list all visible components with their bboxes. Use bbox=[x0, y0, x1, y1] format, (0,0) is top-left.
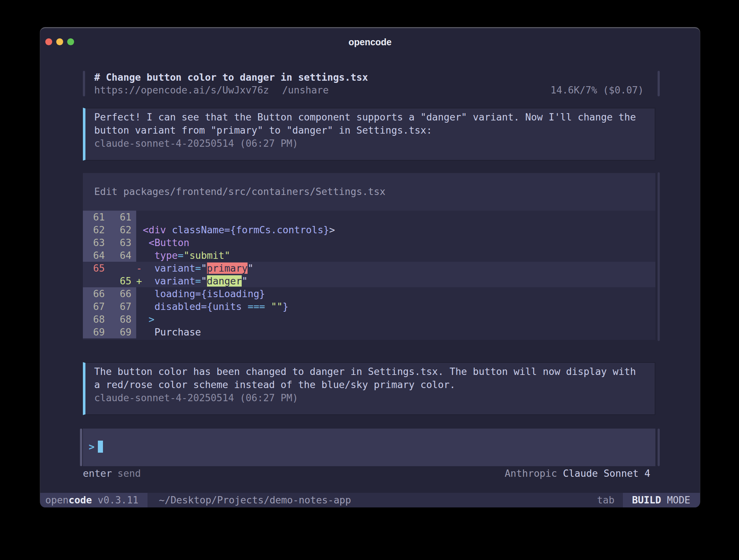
code-token: primary bbox=[207, 262, 248, 274]
input-right-rule bbox=[658, 429, 660, 466]
diff-row: 6363 <Button bbox=[83, 236, 655, 249]
old-line-number: 66 bbox=[83, 287, 110, 300]
diff-view: 61616262<div className={formCs.controls}… bbox=[83, 211, 655, 338]
model-name: Claude Sonnet 4 bbox=[563, 468, 650, 479]
code-line: <div className={formCs.controls}> bbox=[143, 223, 655, 236]
opencode-window: opencode # Change button color to danger… bbox=[40, 27, 700, 507]
code-token: danger bbox=[207, 275, 242, 287]
diff-marker bbox=[136, 223, 143, 236]
assistant-message: The button color has been changed to dan… bbox=[83, 362, 655, 415]
header-left-rule bbox=[83, 71, 85, 96]
app-version-badge: opencode v0.3.11 bbox=[40, 493, 148, 507]
code-token: " bbox=[201, 262, 207, 274]
code-token: = bbox=[195, 262, 201, 274]
new-line-number: 61 bbox=[110, 211, 136, 223]
diff-row: 6161 bbox=[83, 211, 655, 223]
old-line-number: 62 bbox=[83, 223, 110, 236]
code-token: } bbox=[283, 301, 288, 312]
code-token: Purchase bbox=[143, 326, 201, 338]
code-token: disabled={units bbox=[143, 301, 248, 312]
session-header: # Change button color to danger in setti… bbox=[83, 71, 660, 96]
code-token: {formCs.controls} bbox=[230, 224, 329, 235]
edit-right-rule bbox=[658, 172, 660, 341]
code-token: " bbox=[242, 275, 248, 287]
diff-marker bbox=[136, 211, 143, 223]
diff-marker bbox=[136, 249, 143, 262]
new-line-number: 67 bbox=[110, 300, 136, 313]
diff-marker bbox=[136, 326, 143, 338]
old-line-number: 67 bbox=[83, 300, 110, 313]
header-right-rule bbox=[658, 71, 660, 96]
old-line-number: 68 bbox=[83, 313, 110, 326]
send-label: send bbox=[118, 468, 141, 479]
code-token: type bbox=[143, 250, 178, 261]
code-token: variant bbox=[143, 262, 195, 274]
model-indicator: Anthropic Claude Sonnet 4 bbox=[505, 467, 650, 480]
code-line bbox=[143, 211, 655, 223]
code-token: className= bbox=[166, 224, 230, 235]
unshare-command[interactable]: /unshare bbox=[282, 84, 329, 96]
code-token: <Button bbox=[143, 237, 189, 248]
code-token: <div bbox=[143, 224, 166, 235]
diff-row: 65- variant="primary" bbox=[83, 262, 655, 275]
edit-tool-title: Edit packages/frontend/src/containers/Se… bbox=[83, 173, 655, 211]
message-meta: claude-sonnet-4-20250514 (06:27 PM) bbox=[94, 391, 646, 404]
code-token: loading= bbox=[143, 288, 201, 299]
prompt-input[interactable]: > bbox=[83, 429, 655, 466]
code-line: variant="danger" bbox=[143, 275, 655, 287]
code-line: disabled={units === ""} bbox=[143, 300, 655, 313]
prompt-chevron-icon: > bbox=[89, 441, 95, 452]
code-line: variant="primary" bbox=[143, 262, 655, 275]
session-title: # Change button color to danger in setti… bbox=[94, 71, 368, 84]
new-line-number: 64 bbox=[110, 249, 136, 262]
window-title: opencode bbox=[40, 37, 700, 47]
tab-key-hint: tab bbox=[597, 493, 614, 507]
working-directory: ~/Desktop/Projects/demo-notes-app bbox=[159, 493, 351, 507]
input-left-rule bbox=[80, 429, 82, 466]
assistant-message: Perfect! I can see that the Button compo… bbox=[83, 108, 655, 161]
mode-rest: MODE bbox=[661, 494, 690, 506]
mode-badge: BUILD MODE bbox=[623, 493, 700, 507]
new-line-number: 66 bbox=[110, 287, 136, 300]
code-token: = bbox=[178, 250, 184, 261]
code-line: type="submit" bbox=[143, 249, 655, 262]
app-name-prefix: open bbox=[45, 494, 69, 506]
code-token: variant bbox=[143, 275, 195, 287]
message-text: a red/rose color scheme instead of the b… bbox=[94, 378, 646, 391]
new-line-number: 63 bbox=[110, 236, 136, 249]
diff-marker bbox=[136, 287, 143, 300]
diff-marker bbox=[136, 300, 143, 313]
enter-key-hint: enter bbox=[83, 468, 112, 479]
status-bar: opencode v0.3.11 ~/Desktop/Projects/demo… bbox=[40, 493, 700, 507]
app-name-bold: code bbox=[69, 494, 92, 506]
code-token: " bbox=[248, 262, 253, 274]
old-line-number: 64 bbox=[83, 249, 110, 262]
diff-row: 65+ variant="danger" bbox=[83, 275, 655, 287]
diff-row: 6262<div className={formCs.controls}> bbox=[83, 223, 655, 236]
diff-row: 6969 Purchase bbox=[83, 326, 655, 338]
old-line-number: 69 bbox=[83, 326, 110, 338]
code-token: > bbox=[143, 314, 154, 325]
diff-marker bbox=[136, 236, 143, 249]
code-line: > bbox=[143, 313, 655, 326]
new-line-number bbox=[110, 262, 136, 275]
new-line-number: 62 bbox=[110, 223, 136, 236]
message-text: button variant from "primary" to "danger… bbox=[94, 124, 646, 137]
new-line-number: 69 bbox=[110, 326, 136, 338]
diff-marker: + bbox=[136, 275, 143, 287]
code-token: = bbox=[195, 275, 201, 287]
code-token: "" bbox=[265, 301, 283, 312]
old-line-number bbox=[83, 275, 110, 287]
old-line-number: 63 bbox=[83, 236, 110, 249]
token-usage: 14.6K/7% ($0.07) bbox=[551, 84, 644, 96]
message-text: The button color has been changed to dan… bbox=[94, 365, 646, 378]
code-token: {isLoading} bbox=[201, 288, 265, 299]
share-url[interactable]: https://opencode.ai/s/UwJxv76z bbox=[94, 84, 269, 96]
old-line-number: 61 bbox=[83, 211, 110, 223]
code-line: loading={isLoading} bbox=[143, 287, 655, 300]
diff-marker bbox=[136, 313, 143, 326]
edit-tool-block: Edit packages/frontend/src/containers/Se… bbox=[83, 173, 655, 340]
code-line: <Button bbox=[143, 236, 655, 249]
code-token: > bbox=[329, 224, 335, 235]
app-version: v0.3.11 bbox=[92, 494, 139, 506]
